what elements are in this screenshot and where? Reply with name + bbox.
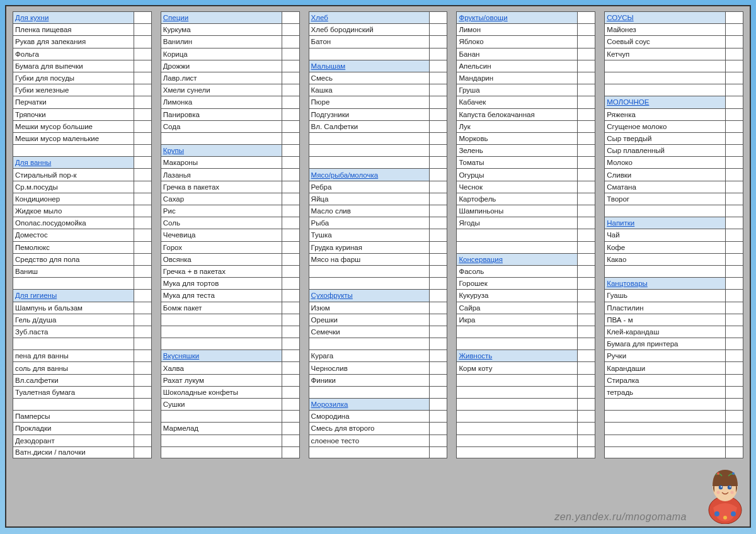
checkbox-cell[interactable]	[134, 399, 152, 410]
checkbox-cell[interactable]	[430, 326, 447, 338]
checkbox-cell[interactable]	[134, 278, 152, 289]
checkbox-cell[interactable]	[134, 229, 152, 241]
checkbox-cell[interactable]	[578, 314, 595, 326]
checkbox-cell[interactable]	[134, 387, 152, 398]
checkbox-cell[interactable]	[134, 60, 152, 72]
checkbox-cell[interactable]	[578, 121, 595, 132]
checkbox-cell[interactable]	[430, 242, 447, 253]
checkbox-cell[interactable]	[430, 338, 447, 349]
checkbox-cell[interactable]	[430, 121, 447, 132]
checkbox-cell[interactable]	[578, 36, 595, 47]
checkbox-cell[interactable]	[134, 109, 152, 120]
checkbox-cell[interactable]	[282, 169, 300, 180]
checkbox-cell[interactable]	[578, 447, 595, 458]
checkbox-cell[interactable]	[578, 290, 595, 301]
checkbox-cell[interactable]	[134, 205, 152, 217]
checkbox-cell[interactable]	[134, 12, 152, 23]
checkbox-cell[interactable]	[134, 338, 152, 349]
checkbox-cell[interactable]	[134, 350, 152, 361]
checkbox-cell[interactable]	[430, 36, 447, 47]
checkbox-cell[interactable]	[578, 242, 595, 253]
checkbox-cell[interactable]	[578, 157, 595, 168]
checkbox-cell[interactable]	[282, 109, 300, 120]
checkbox-cell[interactable]	[578, 24, 595, 35]
checkbox-cell[interactable]	[430, 145, 447, 156]
checkbox-cell[interactable]	[578, 326, 595, 338]
checkbox-cell[interactable]	[726, 60, 743, 72]
checkbox-cell[interactable]	[282, 157, 300, 168]
checkbox-cell[interactable]	[282, 24, 300, 35]
checkbox-cell[interactable]	[578, 109, 595, 120]
checkbox-cell[interactable]	[282, 205, 300, 217]
checkbox-cell[interactable]	[726, 157, 743, 168]
checkbox-cell[interactable]	[430, 229, 447, 241]
checkbox-cell[interactable]	[726, 217, 743, 229]
checkbox-cell[interactable]	[430, 362, 447, 373]
checkbox-cell[interactable]	[578, 254, 595, 265]
checkbox-cell[interactable]	[578, 205, 595, 217]
checkbox-cell[interactable]	[726, 96, 743, 108]
checkbox-cell[interactable]	[282, 36, 300, 47]
checkbox-cell[interactable]	[282, 278, 300, 289]
checkbox-cell[interactable]	[134, 447, 152, 458]
checkbox-cell[interactable]	[726, 375, 743, 386]
checkbox-cell[interactable]	[282, 302, 300, 314]
checkbox-cell[interactable]	[430, 278, 447, 289]
checkbox-cell[interactable]	[578, 338, 595, 349]
checkbox-cell[interactable]	[578, 193, 595, 205]
checkbox-cell[interactable]	[134, 326, 152, 338]
checkbox-cell[interactable]	[726, 302, 743, 314]
checkbox-cell[interactable]	[282, 72, 300, 84]
checkbox-cell[interactable]	[134, 181, 152, 193]
checkbox-cell[interactable]	[282, 326, 300, 338]
checkbox-cell[interactable]	[726, 423, 743, 434]
checkbox-cell[interactable]	[282, 12, 300, 23]
checkbox-cell[interactable]	[282, 399, 300, 410]
checkbox-cell[interactable]	[578, 278, 595, 289]
checkbox-cell[interactable]	[134, 362, 152, 373]
checkbox-cell[interactable]	[134, 24, 152, 35]
checkbox-cell[interactable]	[134, 435, 152, 446]
checkbox-cell[interactable]	[430, 60, 447, 72]
checkbox-cell[interactable]	[430, 399, 447, 410]
checkbox-cell[interactable]	[578, 387, 595, 398]
checkbox-cell[interactable]	[430, 435, 447, 446]
checkbox-cell[interactable]	[578, 60, 595, 72]
checkbox-cell[interactable]	[134, 169, 152, 180]
checkbox-cell[interactable]	[282, 435, 300, 446]
checkbox-cell[interactable]	[282, 96, 300, 108]
checkbox-cell[interactable]	[430, 12, 447, 23]
checkbox-cell[interactable]	[726, 447, 743, 458]
checkbox-cell[interactable]	[726, 266, 743, 277]
checkbox-cell[interactable]	[282, 423, 300, 434]
checkbox-cell[interactable]	[134, 84, 152, 96]
checkbox-cell[interactable]	[726, 242, 743, 253]
checkbox-cell[interactable]	[134, 145, 152, 156]
checkbox-cell[interactable]	[726, 362, 743, 373]
checkbox-cell[interactable]	[134, 121, 152, 132]
checkbox-cell[interactable]	[430, 84, 447, 96]
checkbox-cell[interactable]	[578, 72, 595, 84]
checkbox-cell[interactable]	[578, 399, 595, 410]
checkbox-cell[interactable]	[134, 96, 152, 108]
checkbox-cell[interactable]	[430, 447, 447, 458]
checkbox-cell[interactable]	[430, 411, 447, 422]
checkbox-cell[interactable]	[578, 411, 595, 422]
checkbox-cell[interactable]	[726, 350, 743, 361]
checkbox-cell[interactable]	[134, 217, 152, 229]
checkbox-cell[interactable]	[134, 133, 152, 144]
checkbox-cell[interactable]	[282, 387, 300, 398]
checkbox-cell[interactable]	[282, 145, 300, 156]
checkbox-cell[interactable]	[726, 24, 743, 35]
checkbox-cell[interactable]	[578, 362, 595, 373]
checkbox-cell[interactable]	[134, 411, 152, 422]
checkbox-cell[interactable]	[282, 217, 300, 229]
checkbox-cell[interactable]	[726, 278, 743, 289]
checkbox-cell[interactable]	[578, 169, 595, 180]
checkbox-cell[interactable]	[726, 109, 743, 120]
checkbox-cell[interactable]	[578, 181, 595, 193]
checkbox-cell[interactable]	[134, 423, 152, 434]
checkbox-cell[interactable]	[578, 266, 595, 277]
checkbox-cell[interactable]	[430, 169, 447, 180]
checkbox-cell[interactable]	[282, 314, 300, 326]
